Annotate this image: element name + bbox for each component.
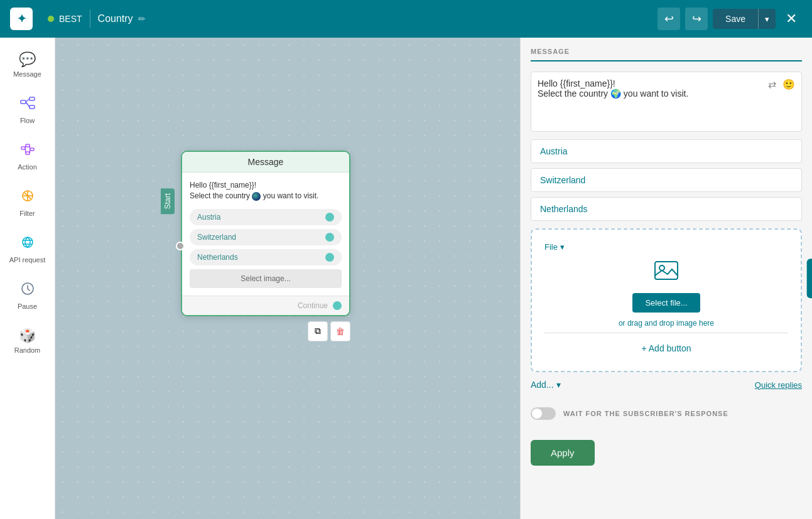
- reply-switzerland-label: Switzerland: [197, 233, 236, 242]
- copy-icon: ⧉: [315, 326, 321, 336]
- dropdown-icon: ▾: [765, 14, 769, 24]
- reply-netherlands[interactable]: Netherlands: [190, 249, 342, 265]
- logo: ✦: [10, 8, 33, 30]
- divider: [544, 333, 788, 333]
- canvas[interactable]: Start Message Hello {{first_name}}! Sele…: [55, 38, 520, 519]
- sidebar-item-api[interactable]: API request: [4, 228, 51, 270]
- add-button-row[interactable]: + Add button: [544, 338, 788, 358]
- page-title: Country: [98, 13, 133, 24]
- panel-reply-netherlands-label: Netherlands: [540, 204, 588, 214]
- save-button[interactable]: Save: [713, 9, 758, 29]
- status-dot: [48, 16, 54, 22]
- toggle-label: WAIT FOR THE SUBSCRIBER'S RESPONSE: [563, 410, 728, 417]
- reply-switzerland-connector: [325, 233, 334, 242]
- save-group: Save ▾: [713, 9, 776, 29]
- file-dropdown-icon: ▾: [560, 242, 565, 252]
- reply-austria-label: Austria: [197, 213, 220, 222]
- reply-switzerland[interactable]: Switzerland: [190, 229, 342, 245]
- sidebar-item-message-label: Message: [13, 70, 41, 78]
- svg-line-11: [30, 146, 30, 149]
- message-icon: 💬: [19, 51, 36, 68]
- personalize-button[interactable]: ⇄: [767, 77, 777, 92]
- sidebar-item-api-label: API request: [9, 256, 45, 264]
- brand-section: BEST: [40, 10, 90, 28]
- node-actions: ⧉ 🗑: [181, 321, 350, 341]
- svg-line-3: [26, 99, 30, 102]
- message-textarea[interactable]: Hello {{first_name}}! Select the country…: [538, 78, 795, 122]
- select-file-button[interactable]: Select file...: [632, 293, 700, 313]
- sidebar-item-filter[interactable]: Filter: [4, 182, 51, 223]
- apply-button[interactable]: Apply: [531, 440, 595, 466]
- wait-toggle[interactable]: [531, 407, 556, 420]
- panel-reply-switzerland[interactable]: Switzerland: [531, 168, 802, 192]
- copy-node-button[interactable]: ⧉: [308, 321, 328, 341]
- textarea-tools: ⇄ 🙂: [767, 77, 796, 92]
- sidebar-item-action[interactable]: Action: [4, 136, 51, 177]
- pause-icon: [20, 281, 35, 300]
- sidebar-item-flow[interactable]: Flow: [4, 89, 51, 131]
- personalize-icon: ⇄: [768, 79, 776, 90]
- select-image-button[interactable]: Select image...: [190, 269, 342, 288]
- undo-button[interactable]: ↩: [658, 8, 680, 30]
- sidebar-item-message[interactable]: 💬 Message: [4, 45, 51, 84]
- panel-reply-netherlands[interactable]: Netherlands: [531, 197, 802, 221]
- svg-rect-20: [655, 262, 678, 279]
- filter-icon: [20, 188, 35, 207]
- start-label: Start: [161, 188, 175, 214]
- sidebar-item-filter-label: Filter: [19, 210, 35, 217]
- panel-reply-austria[interactable]: Austria: [531, 139, 802, 163]
- page-title-section: Country ✏: [98, 13, 146, 24]
- reply-netherlands-label: Netherlands: [197, 253, 238, 262]
- message-card[interactable]: Message Hello {{first_name}}! Select the…: [181, 151, 350, 316]
- left-sidebar: 💬 Message Flow: [0, 38, 55, 519]
- drag-drop-text: or drag and drop image here: [619, 319, 714, 328]
- sidebar-item-pause[interactable]: Pause: [4, 275, 51, 316]
- message-text: Hello {{first_name}}! Select the country…: [190, 180, 342, 201]
- edit-title-icon[interactable]: ✏: [138, 14, 146, 24]
- emoji-icon: 🙂: [782, 79, 795, 90]
- sidebar-item-random[interactable]: 🎲 Random: [4, 321, 51, 360]
- add-button-label: + Add button: [641, 343, 691, 353]
- right-panel: MESSAGE Hello {{first_name}}! Select the…: [520, 38, 812, 519]
- continue-connector: [333, 301, 342, 310]
- continue-row: Continue: [182, 296, 349, 315]
- redo-button[interactable]: ↪: [685, 8, 708, 30]
- panel-reply-austria-label: Austria: [540, 146, 568, 156]
- quick-replies-button[interactable]: Quick replies: [755, 380, 802, 390]
- sidebar-item-flow-label: Flow: [20, 117, 35, 124]
- svg-rect-2: [30, 105, 35, 109]
- delete-node-button[interactable]: 🗑: [330, 321, 350, 341]
- flow-icon: [20, 95, 35, 114]
- node-input-connector: [176, 242, 185, 250]
- chats-tab[interactable]: Chats: [806, 259, 812, 298]
- save-dropdown-button[interactable]: ▾: [758, 9, 776, 29]
- file-drop-area[interactable]: File ▾ Select file... or drag and drop i…: [531, 228, 802, 372]
- topbar-actions: ↩ ↪ Save ▾ ✕: [658, 8, 802, 30]
- svg-point-16: [23, 237, 33, 247]
- redo-icon: ↪: [692, 12, 701, 26]
- sidebar-item-random-label: Random: [14, 346, 41, 354]
- add-dropdown-icon: ▾: [556, 380, 561, 390]
- emoji-button[interactable]: 🙂: [781, 77, 796, 92]
- message-card-header: Message: [182, 152, 349, 173]
- continue-label: Continue: [298, 301, 328, 310]
- file-drop-inner: Select file... or drag and drop image he…: [544, 259, 788, 328]
- toggle-row: WAIT FOR THE SUBSCRIBER'S RESPONSE: [531, 397, 802, 430]
- file-label: File: [544, 242, 558, 252]
- reply-austria[interactable]: Austria: [190, 209, 342, 225]
- flow-node: Start Message Hello {{first_name}}! Sele…: [181, 151, 350, 341]
- image-placeholder-icon: [654, 259, 679, 287]
- svg-rect-8: [30, 148, 34, 151]
- svg-line-10: [25, 148, 26, 153]
- toggle-thumb: [532, 409, 542, 419]
- sidebar-item-pause-label: Pause: [18, 302, 37, 310]
- action-icon: [20, 142, 35, 161]
- close-button[interactable]: ✕: [781, 8, 802, 29]
- random-icon: 🎲: [19, 328, 36, 344]
- sidebar-item-action-label: Action: [18, 163, 37, 171]
- add-button[interactable]: Add... ▾: [531, 380, 561, 390]
- reply-netherlands-connector: [325, 253, 334, 262]
- add-label: Add...: [531, 380, 554, 390]
- message-line1: Hello {{first_name}}!: [190, 181, 256, 190]
- add-row: Add... ▾ Quick replies: [531, 380, 802, 390]
